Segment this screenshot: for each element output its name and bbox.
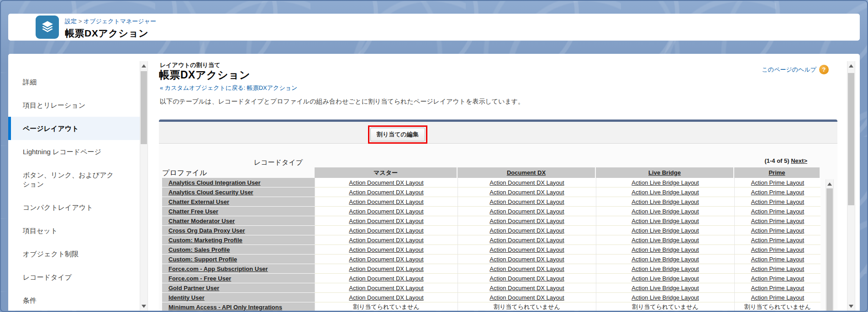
layout-link[interactable]: Action Document DX Layout [349,218,423,224]
layout-link[interactable]: Action Live Bridge Layout [631,237,699,244]
layout-link[interactable]: Action Document DX Layout [489,275,564,282]
layout-link[interactable]: Action Prime Layout [751,285,804,291]
layout-link[interactable]: Action Document DX Layout [349,189,423,196]
scrollbar-thumb[interactable] [826,188,833,311]
layout-link[interactable]: Action Live Bridge Layout [631,208,699,215]
sidebar-scrollbar[interactable] [140,61,148,311]
record-type-link[interactable]: Prime [768,169,785,176]
layout-link[interactable]: Action Live Bridge Layout [631,265,699,272]
profile-link[interactable]: Custom: Sales Profile [168,246,230,253]
layout-link[interactable]: Action Prime Layout [751,218,804,224]
profile-link[interactable]: Custom: Marketing Profile [168,237,242,244]
layout-link[interactable]: Action Prime Layout [751,256,804,263]
layout-link[interactable]: Action Prime Layout [751,208,804,215]
layout-link[interactable]: Action Document DX Layout [349,294,423,301]
layout-link[interactable]: Action Document DX Layout [489,256,564,263]
layout-link[interactable]: Action Document DX Layout [349,179,423,186]
layout-link[interactable]: Action Document DX Layout [349,208,423,215]
scrollbar-thumb[interactable] [848,73,854,205]
layout-link[interactable]: Action Document DX Layout [489,246,564,253]
layout-link[interactable]: Action Live Bridge Layout [631,179,699,186]
layout-link[interactable]: Action Document DX Layout [489,294,564,301]
profile-link[interactable]: Cross Org Data Proxy User [168,227,245,234]
sidebar-item-link[interactable]: 条件 [8,289,140,311]
layout-link[interactable]: Action Prime Layout [751,189,804,196]
layout-link[interactable]: Action Document DX Layout [489,218,564,224]
layout-link[interactable]: Action Document DX Layout [489,227,564,234]
sidebar-item-link[interactable]: Lightning レコードページ [8,140,140,163]
layout-link[interactable]: Action Document DX Layout [349,256,423,263]
scroll-up-icon[interactable] [826,180,833,187]
layout-link[interactable]: Action Live Bridge Layout [631,275,699,282]
layout-link[interactable]: Action Document DX Layout [349,265,423,272]
profile-link[interactable]: Analytics Cloud Integration User [168,179,261,186]
layout-link[interactable]: Action Document DX Layout [489,285,564,291]
sidebar-item-selected[interactable]: ページレイアウト [8,117,140,140]
profile-link[interactable]: Minimum Access - API Only Integrations [168,304,282,311]
edit-assignment-button[interactable]: 割り当ての編集 [370,128,425,141]
layout-link[interactable]: Action Prime Layout [751,227,804,234]
sidebar-item-link[interactable]: 項目セット [8,219,140,242]
scrollbar-thumb[interactable] [141,71,147,144]
layout-link[interactable]: Action Document DX Layout [489,208,564,215]
scroll-up-icon[interactable] [847,62,855,69]
layout-link[interactable]: Action Document DX Layout [489,237,564,244]
layout-link[interactable]: Action Document DX Layout [349,275,423,282]
layout-cell: Action Prime Layout [734,293,821,302]
layout-link[interactable]: Action Live Bridge Layout [631,218,699,224]
sidebar-item-link[interactable]: ボタン、リンク、およびアクション [8,163,140,196]
sidebar-item-link[interactable]: 項目とリレーション [8,94,140,117]
profile-link[interactable]: Custom: Support Profile [168,256,237,263]
layout-link[interactable]: Action Prime Layout [751,246,804,253]
scroll-up-icon[interactable] [140,62,147,69]
object-title: 帳票DXアクション [65,27,156,40]
layout-cell: Action Live Bridge Layout [596,235,734,245]
profile-link[interactable]: Identity User [168,294,205,301]
layout-link[interactable]: Action Document DX Layout [489,179,564,186]
layout-link[interactable]: Action Document DX Layout [349,246,423,253]
profile-link[interactable]: Chatter Moderator User [168,218,235,224]
layout-link[interactable]: Action Prime Layout [751,294,804,301]
layout-link[interactable]: Action Prime Layout [751,265,804,272]
layout-link[interactable]: Action Prime Layout [751,198,804,205]
profile-link[interactable]: Chatter External User [168,198,229,205]
profile-link[interactable]: Gold Partner User [168,285,219,291]
help-icon[interactable]: ? [819,65,829,74]
layout-link[interactable]: Action Document DX Layout [489,189,564,196]
scroll-down-icon[interactable] [140,302,147,310]
layout-link[interactable]: Action Live Bridge Layout [631,227,699,234]
layout-link[interactable]: Action Document DX Layout [349,198,423,205]
pagination-next-link[interactable]: Next> [791,157,807,164]
content-scrollbar[interactable] [847,61,855,311]
layout-link[interactable]: Action Document DX Layout [489,198,564,205]
layout-link[interactable]: Action Document DX Layout [349,237,423,244]
layout-link[interactable]: Action Live Bridge Layout [631,246,699,253]
profile-link[interactable]: Force.com - Free User [168,275,231,282]
layout-link[interactable]: Action Prime Layout [751,179,804,186]
table-scrollbar[interactable] [826,179,834,311]
page-help-link[interactable]: このページのヘルプ [762,66,816,74]
profile-link[interactable]: Analytics Cloud Security User [168,189,253,196]
sidebar-item-link[interactable]: オブジェクト制限 [8,242,140,265]
layout-link[interactable]: Action Live Bridge Layout [631,198,699,205]
record-type-link[interactable]: Live Bridge [648,169,681,176]
record-type-link[interactable]: Document DX [507,169,546,176]
layout-link[interactable]: Action Document DX Layout [349,227,423,234]
layout-link[interactable]: Action Document DX Layout [349,285,423,291]
layout-link[interactable]: Action Prime Layout [751,275,804,282]
layout-link[interactable]: Action Live Bridge Layout [631,294,699,301]
scroll-down-icon[interactable] [847,302,855,310]
profile-link[interactable]: Chatter Free User [168,208,218,215]
sidebar-item-link[interactable]: レコードタイプ [8,265,140,289]
layout-link[interactable]: Action Live Bridge Layout [631,256,699,263]
sidebar-item-link[interactable]: コンパクトレイアウト [8,196,140,219]
layout-link[interactable]: Action Prime Layout [751,237,804,244]
sidebar-item-link[interactable]: 詳細 [8,70,140,94]
breadcrumb-object-manager-link[interactable]: オブジェクトマネージャー [84,18,156,25]
back-to-object-link[interactable]: « カスタムオブジェクトに戻る: 帳票DXアクション [160,84,297,92]
layout-link[interactable]: Action Live Bridge Layout [631,285,699,291]
layout-link[interactable]: Action Document DX Layout [489,265,564,272]
breadcrumb-setup-link[interactable]: 設定 [65,18,77,25]
layout-link[interactable]: Action Live Bridge Layout [631,189,699,196]
profile-link[interactable]: Force.com - App Subscription User [168,265,268,272]
